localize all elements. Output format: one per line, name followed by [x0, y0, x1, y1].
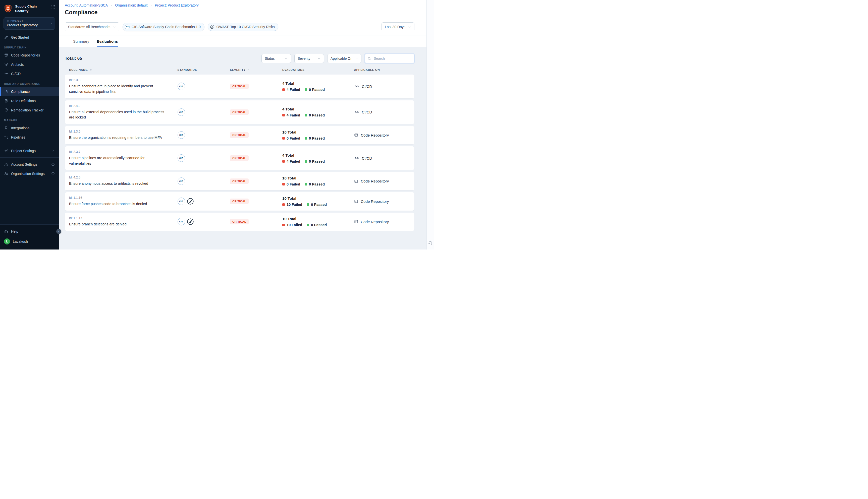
severity-badge: CRITICAL — [230, 198, 249, 204]
owasp-logo-icon — [210, 25, 215, 29]
standards-cell: CIS — [173, 131, 226, 139]
sidebar-item-label: Integrations — [11, 126, 29, 130]
evaluations-passed: 0 Passed — [305, 159, 325, 163]
sidebar-item-pipelines[interactable]: Pipelines — [0, 133, 59, 142]
cis-logo-icon: CIS — [178, 83, 185, 90]
evaluations-failed: 10 Failed — [282, 203, 302, 207]
sidebar-header: Supply Chain Security — [0, 0, 59, 15]
chip-label: CIS Software Supply Chain Benchmarks 1.0 — [132, 25, 201, 29]
rule-name[interactable]: Ensure anonymous access to artifacts is … — [69, 181, 168, 186]
column-rule-name[interactable]: RULE NAME — [65, 68, 173, 71]
sidebar-item-organization-settings[interactable]: Organization Settings — [0, 169, 59, 178]
cis-logo-icon: CIS — [178, 83, 185, 90]
table-row[interactable]: Id: 1.3.5 Ensure the organization is req… — [65, 126, 414, 144]
chip-label: OWASP Top 10 CI/CD Security Risks — [217, 25, 275, 29]
sidebar-item-label: Artifacts — [11, 62, 24, 66]
support-headset-icon[interactable] — [428, 240, 433, 245]
rule-name[interactable]: Ensure all external dependencies used in… — [69, 109, 168, 121]
sidebar-item-cicd[interactable]: CI/CD — [0, 69, 59, 78]
project-label: PROJECT — [7, 20, 48, 22]
search-field — [365, 54, 414, 63]
user-menu[interactable]: L Lavakush — [0, 236, 59, 247]
tab-bar: Summary Evaluations — [59, 35, 426, 47]
evaluations-cell: 10 Total 10 Failed 0 Passed — [278, 196, 350, 207]
right-rail — [426, 0, 434, 250]
project-selector[interactable]: PROJECT Product Exploratory — [3, 17, 55, 29]
column-severity[interactable]: SEVERITY — [226, 68, 278, 71]
standards-cell: CIS — [173, 218, 226, 226]
evaluations-passed: 0 Passed — [305, 88, 325, 92]
sidebar-item-project-settings[interactable]: Project Settings — [0, 146, 59, 155]
tab-summary[interactable]: Summary — [73, 39, 89, 47]
sidebar-item-remediation-tracker[interactable]: Remediation Tracker — [0, 106, 59, 115]
rule-name[interactable]: Ensure force pushes code to branches is … — [69, 201, 168, 207]
standards-icons: CIS — [178, 131, 226, 139]
status-filter-dropdown[interactable]: Status — [262, 54, 291, 63]
search-icon — [367, 57, 371, 61]
breadcrumb-project[interactable]: Project: Product Exploratory — [155, 3, 198, 7]
app-title: Supply Chain Security — [15, 4, 37, 13]
plug-icon — [4, 126, 8, 130]
date-range-dropdown[interactable]: Last 30 Days — [382, 22, 414, 32]
owasp-logo-icon — [186, 197, 194, 205]
sidebar-collapse-handle[interactable]: ‹ — [56, 229, 61, 234]
benchmark-chip-cis[interactable]: CIS CIS Software Supply Chain Benchmarks… — [123, 23, 204, 31]
severity-filter-dropdown[interactable]: Severity — [294, 54, 324, 63]
table-row[interactable]: Id: 4.2.5 Ensure anonymous access to art… — [65, 172, 414, 190]
gem-icon — [4, 62, 8, 66]
breadcrumb-organization[interactable]: Organization: default — [115, 3, 147, 7]
table-row[interactable]: Id: 2.3.8 Ensure scanners are in place t… — [65, 75, 414, 98]
search-input[interactable] — [373, 56, 412, 61]
standards-cell: CIS — [173, 154, 226, 162]
sidebar-item-code-repositories[interactable]: Code Repositories — [0, 50, 59, 60]
sidebar-item-artifacts[interactable]: Artifacts — [0, 60, 59, 69]
standards-dropdown[interactable]: Standards: All Benchmarks — [65, 22, 119, 32]
failed-square-icon — [282, 183, 285, 185]
table-row[interactable]: Id: 2.4.2 Ensure all external dependenci… — [65, 100, 414, 124]
applicable-on-cell: CI/CD — [350, 155, 414, 161]
sidebar-item-label: Account Settings — [11, 162, 37, 167]
rule-name[interactable]: Ensure pipelines are automatically scann… — [69, 155, 168, 167]
sidebar-item-get-started[interactable]: Get Started — [0, 33, 59, 42]
owasp-logo-icon — [186, 218, 194, 226]
sidebar-item-integrations[interactable]: Integrations — [0, 123, 59, 133]
severity-cell: CRITICAL — [226, 155, 278, 161]
rule-name[interactable]: Ensure scanners are in place to identify… — [69, 84, 168, 95]
severity-cell: CRITICAL — [226, 198, 278, 204]
table-row[interactable]: Id: 1.1.17 Ensure branch deletions are d… — [65, 212, 414, 231]
chevron-down-icon — [113, 25, 116, 28]
benchmark-chip-owasp[interactable]: OWASP Top 10 CI/CD Security Risks — [208, 23, 278, 31]
table-filters: Status Severity Applicable On — [262, 54, 414, 63]
table-row[interactable]: Id: 2.3.7 Ensure pipelines are automatic… — [65, 146, 414, 170]
chevron-right-icon — [150, 4, 153, 7]
sidebar-item-label: Project Settings — [11, 149, 36, 153]
rule-name[interactable]: Ensure branch deletions are denied — [69, 222, 168, 227]
sidebar-item-label: Compliance — [11, 89, 29, 94]
rule-cell: Id: 1.1.17 Ensure branch deletions are d… — [65, 216, 173, 227]
sidebar-item-label: Code Repositories — [11, 53, 40, 57]
evaluations-total: 10 Total — [282, 217, 350, 221]
rocket-icon — [4, 35, 8, 39]
help-button[interactable]: Help — [0, 227, 59, 236]
applicable-on-filter-dropdown[interactable]: Applicable On — [327, 54, 361, 63]
sidebar-item-account-settings[interactable]: Account Settings — [0, 160, 59, 169]
sidebar-item-compliance[interactable]: Compliance — [0, 87, 59, 96]
rule-cell: Id: 2.3.8 Ensure scanners are in place t… — [65, 78, 173, 95]
failed-square-icon — [282, 224, 285, 226]
applicable-on-label: CI/CD — [362, 156, 372, 160]
breadcrumb-account[interactable]: Account: Automation-SSCA — [65, 3, 108, 7]
passed-square-icon — [305, 88, 307, 91]
clipboard-icon — [4, 99, 8, 103]
severity-cell: CRITICAL — [226, 179, 278, 184]
tab-evaluations[interactable]: Evaluations — [97, 39, 118, 47]
standards-icons: CIS — [178, 218, 226, 226]
evaluations-total: 10 Total — [282, 176, 350, 180]
table-row[interactable]: Id: 1.1.16 Ensure force pushes code to b… — [65, 192, 414, 210]
sidebar-item-label: Remediation Tracker — [11, 108, 44, 112]
apps-grid-icon[interactable] — [51, 5, 55, 9]
sidebar-item-rule-definitions[interactable]: Rule Definitions — [0, 96, 59, 106]
evaluations-passed: 0 Passed — [305, 182, 325, 186]
rule-name[interactable]: Ensure the organization is requiring mem… — [69, 135, 168, 141]
cis-logo-icon: CIS — [178, 108, 185, 116]
project-name: Product Exploratory — [7, 23, 48, 27]
